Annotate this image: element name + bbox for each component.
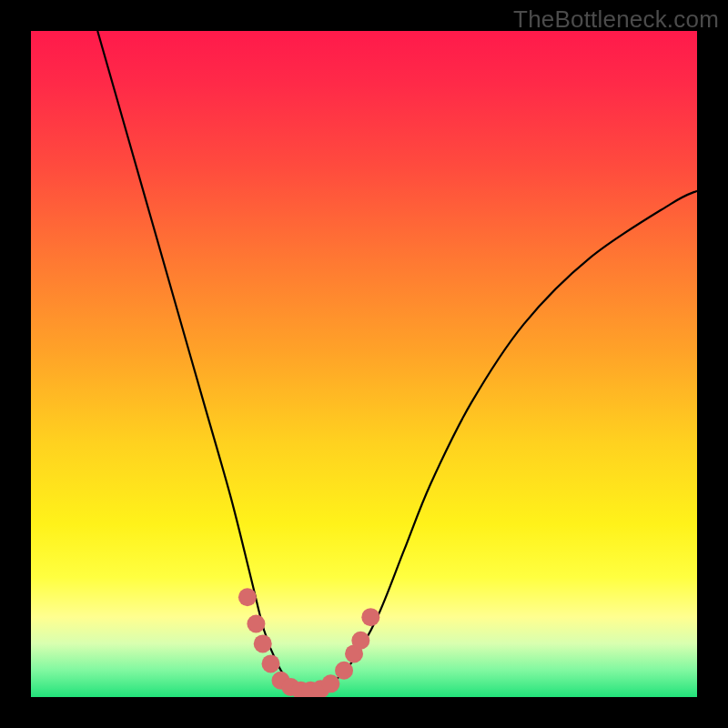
watermark-text: TheBottleneck.com [513, 5, 719, 34]
bottleneck-curve [97, 31, 697, 692]
chart-frame: TheBottleneck.com [0, 0, 728, 728]
plot-area [31, 31, 697, 697]
marker-group [238, 588, 379, 697]
chart-svg [31, 31, 697, 697]
curve-marker [335, 662, 353, 680]
curve-marker [321, 674, 339, 693]
curve-marker [247, 614, 265, 632]
curve-marker [238, 588, 257, 606]
curve-marker [262, 654, 280, 672]
curve-marker [351, 632, 369, 650]
curve-marker [361, 608, 379, 626]
curve-marker [254, 634, 272, 652]
